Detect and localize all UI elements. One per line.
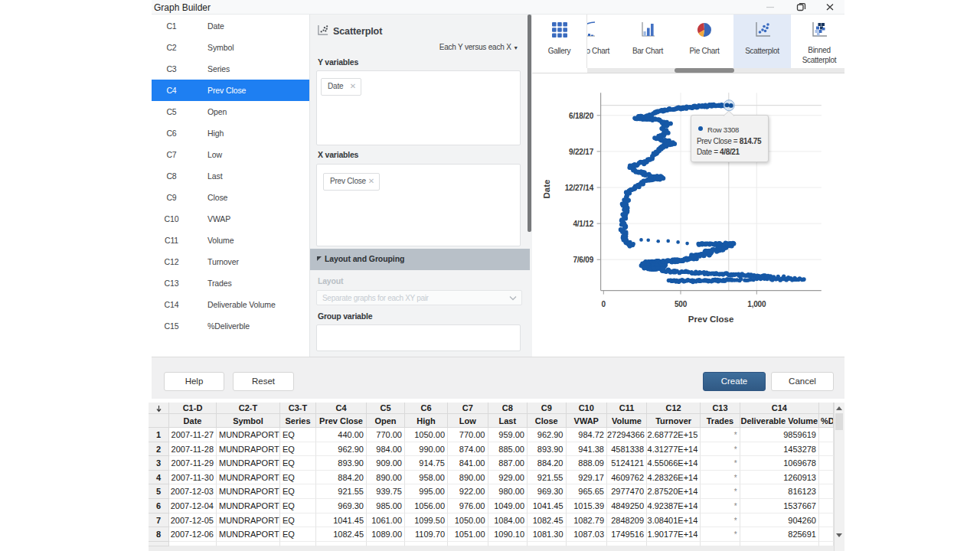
svg-text:0: 0 — [602, 300, 606, 308]
svg-text:1,000: 1,000 — [747, 300, 766, 308]
svg-text:6/18/20: 6/18/20 — [569, 112, 594, 120]
svg-text:4/1/12: 4/1/12 — [573, 220, 593, 228]
svg-text:500: 500 — [675, 300, 688, 308]
svg-text:Date: Date — [542, 180, 551, 199]
svg-text:7/6/09: 7/6/09 — [573, 256, 593, 264]
svg-text:9/22/17: 9/22/17 — [569, 148, 594, 156]
svg-text:12/27/14: 12/27/14 — [565, 184, 594, 192]
svg-text:Prev Close: Prev Close — [688, 315, 733, 324]
